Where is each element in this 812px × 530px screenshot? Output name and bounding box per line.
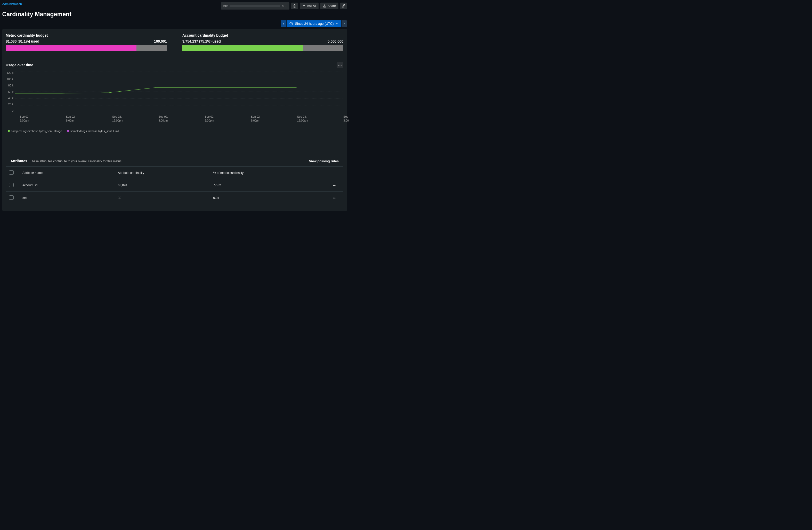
usage-chart: 120 k100 k80 k60 k40 k20 k0 Sep 02,6:00a… <box>6 71 343 132</box>
cell-metric-cardinality-pct: 77.82 <box>210 179 330 192</box>
metric-budget-block: Metric cardinality budget 81,080 (81.1%)… <box>6 33 166 51</box>
cell-metric-cardinality-pct: 0.04 <box>210 192 330 204</box>
legend-item[interactable]: sampledLogs.firehose.bytes_sent, Usage <box>8 130 62 133</box>
y-axis-tick: 20 k <box>8 103 13 106</box>
share-label: Share <box>328 4 336 8</box>
usage-chart-title: Usage over time <box>6 63 33 67</box>
link-icon <box>342 4 345 8</box>
ellipsis-icon: ••• <box>333 196 337 199</box>
link-button[interactable] <box>340 3 347 9</box>
x-axis-tick: Sep 03,3:00am <box>343 115 349 122</box>
account-budget-used: 3,754,137 (75.1%) used <box>183 40 221 43</box>
metric-budget-progress-fill <box>6 45 136 51</box>
y-axis-tick: 100 k <box>7 78 13 81</box>
usage-chart-plot <box>15 71 343 112</box>
cell-attribute-name: cell <box>19 192 115 204</box>
x-axis-tick: Sep 02,12:00pm <box>112 115 158 122</box>
legend-label: sampledLogs.firehose.bytes_sent, Limit <box>70 130 119 133</box>
account-budget-block: Account cardinality budget 3,754,137 (75… <box>183 33 343 51</box>
sparkle-icon <box>302 4 306 8</box>
metric-budget-used: 81,080 (81.1%) used <box>6 40 39 43</box>
time-range-label: Since 24 hours ago (UTC) <box>295 22 334 26</box>
col-attribute-name[interactable]: Attribute name <box>19 167 115 179</box>
row-actions-menu[interactable]: ••• <box>333 196 337 199</box>
account-budget-progress <box>183 45 343 51</box>
metric-budget-title: Metric cardinality budget <box>6 33 166 38</box>
x-axis-tick: Sep 02,3:00pm <box>158 115 205 122</box>
share-icon <box>323 4 326 8</box>
select-all-checkbox[interactable] <box>9 170 13 175</box>
chevron-down-icon <box>336 23 338 25</box>
attributes-subtitle: These attributes contribute to your over… <box>30 159 122 163</box>
row-checkbox[interactable] <box>9 183 13 187</box>
attributes-title: Attributes <box>11 159 27 163</box>
attributes-panel: Attributes These attributes contribute t… <box>6 155 343 204</box>
y-axis-tick: 0 <box>12 109 13 112</box>
metric-budget-progress <box>6 45 166 51</box>
col-attribute-cardinality[interactable]: Attribute cardinality <box>115 167 210 179</box>
time-range-picker[interactable]: Since 24 hours ago (UTC) <box>287 20 341 27</box>
account-budget-title: Account cardinality budget <box>183 33 343 38</box>
account-selector-mask <box>230 5 280 7</box>
row-actions-menu[interactable]: ••• <box>333 184 337 187</box>
chevron-left-icon <box>282 23 285 25</box>
y-axis-tick: 40 k <box>8 97 13 100</box>
breadcrumb-administration[interactable]: Administration <box>2 2 22 6</box>
table-row[interactable]: account_id63,09477.82••• <box>6 179 343 192</box>
y-axis-tick: 80 k <box>8 84 13 87</box>
account-selector-suffix: n <box>282 4 284 8</box>
share-button[interactable]: Share <box>320 3 339 9</box>
ellipsis-icon: ••• <box>333 184 337 187</box>
view-pruning-rules-link[interactable]: View pruning rules <box>309 159 339 163</box>
help-button[interactable] <box>291 3 298 9</box>
table-row[interactable]: cell300.04••• <box>6 192 343 204</box>
chart-series-line <box>15 88 296 94</box>
help-icon <box>293 4 296 8</box>
usage-chart-menu[interactable]: ••• <box>337 62 343 68</box>
account-budget-total: 5,000,000 <box>328 40 343 43</box>
x-axis-tick: Sep 02,6:00am <box>20 115 66 122</box>
x-axis-tick: Sep 03,12:00am <box>297 115 343 122</box>
y-axis-tick: 60 k <box>8 90 13 94</box>
cell-attribute-cardinality: 63,094 <box>115 179 210 192</box>
clock-icon <box>289 22 293 26</box>
x-axis-tick: Sep 02,9:00pm <box>251 115 297 122</box>
time-range-next[interactable] <box>342 20 347 27</box>
legend-dot-icon <box>67 130 69 132</box>
account-selector[interactable]: Acc n <box>221 2 290 10</box>
attributes-table: Attribute name Attribute cardinality % o… <box>6 167 343 204</box>
y-axis-tick: 120 k <box>7 71 13 74</box>
ask-ai-label: Ask AI <box>307 4 316 8</box>
metric-budget-total: 100,001 <box>154 40 167 43</box>
chevron-right-icon <box>343 23 345 25</box>
ask-ai-button[interactable]: Ask AI <box>300 3 319 9</box>
account-budget-progress-fill <box>183 45 303 51</box>
x-axis-tick: Sep 02,6:00pm <box>205 115 251 122</box>
chevron-down-icon <box>285 5 287 7</box>
cell-attribute-name: account_id <box>19 179 115 192</box>
legend-dot-icon <box>8 130 10 132</box>
legend-label: sampledLogs.firehose.bytes_sent, Usage <box>11 130 62 133</box>
x-axis-tick: Sep 02,9:00am <box>66 115 112 122</box>
cell-attribute-cardinality: 30 <box>115 192 210 204</box>
time-range-prev[interactable] <box>281 20 286 27</box>
page-title: Cardinality Management <box>0 11 349 20</box>
account-selector-prefix: Acc <box>223 4 228 8</box>
row-checkbox[interactable] <box>9 195 13 200</box>
main-content-card: Metric cardinality budget 81,080 (81.1%)… <box>2 29 347 211</box>
ellipsis-icon: ••• <box>338 63 342 67</box>
legend-item[interactable]: sampledLogs.firehose.bytes_sent, Limit <box>67 130 119 133</box>
col-metric-cardinality-pct[interactable]: % of metric cardinality <box>210 167 330 179</box>
